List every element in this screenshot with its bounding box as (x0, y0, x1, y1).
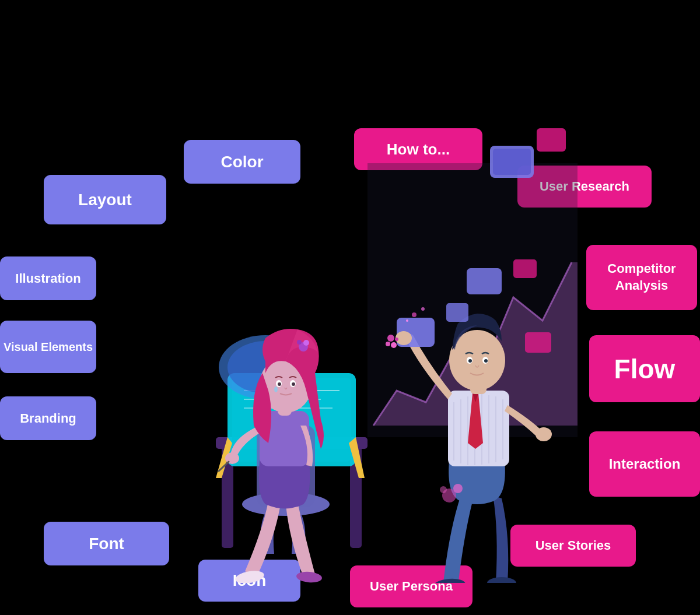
svg-point-46 (536, 427, 552, 441)
tag-illustration[interactable]: Illustration (0, 256, 96, 300)
tag-flow[interactable]: Flow (589, 335, 700, 402)
svg-point-32 (297, 340, 302, 345)
tag-competitor-analysis[interactable]: Competitor Analysis (586, 245, 697, 310)
svg-rect-53 (446, 303, 468, 322)
illustration (88, 87, 578, 583)
svg-rect-3 (467, 268, 502, 294)
tag-visual-elements[interactable]: Visual Elements (0, 321, 96, 373)
svg-rect-2 (537, 128, 566, 152)
svg-point-64 (440, 486, 447, 493)
svg-point-34 (487, 577, 516, 583)
svg-point-55 (387, 335, 394, 342)
svg-point-59 (412, 312, 416, 317)
svg-point-58 (395, 338, 398, 341)
svg-point-27 (278, 382, 281, 386)
svg-point-60 (421, 307, 425, 311)
svg-rect-1 (493, 149, 531, 175)
svg-point-31 (303, 340, 309, 346)
tag-branding[interactable]: Branding (0, 396, 96, 440)
svg-point-52 (484, 359, 488, 363)
svg-point-28 (292, 382, 295, 386)
tag-interaction[interactable]: Interaction (589, 431, 700, 497)
svg-point-61 (406, 319, 408, 322)
svg-rect-4 (513, 259, 537, 278)
svg-point-56 (386, 342, 390, 346)
svg-point-51 (468, 359, 472, 363)
svg-point-57 (391, 342, 397, 348)
svg-point-29 (274, 386, 278, 392)
svg-point-19 (296, 571, 322, 583)
svg-rect-54 (525, 332, 551, 353)
svg-point-63 (453, 484, 463, 493)
